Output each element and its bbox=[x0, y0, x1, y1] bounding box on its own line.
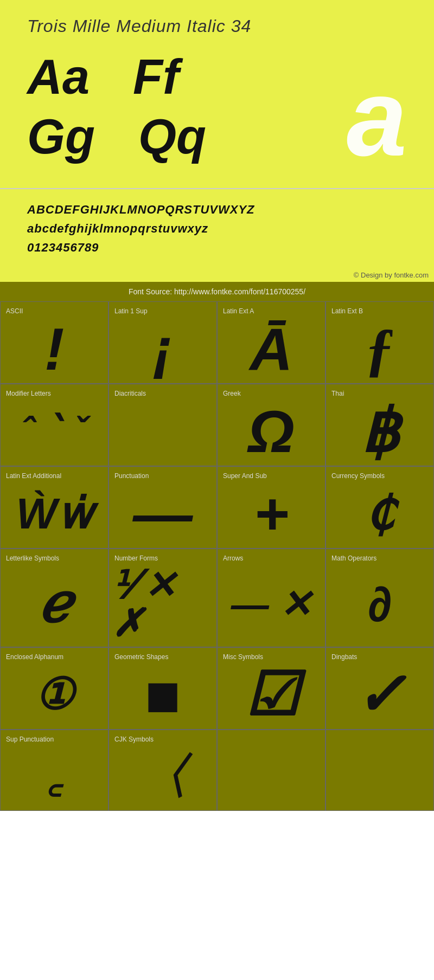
glyph-arrows: — ✕ bbox=[231, 566, 311, 642]
cell-super-sub: Super And Sub + bbox=[217, 466, 326, 549]
cell-cjk-symbols: CJK Symbols 〈 bbox=[108, 730, 217, 811]
glyph-latin-ext-a: Ā bbox=[250, 319, 292, 379]
alphabet-section: ABCDEFGHIJKLMNOPQRSTUVWXYZ abcdefghijklm… bbox=[0, 188, 434, 268]
glyph-pair-aa: Aa bbox=[27, 53, 90, 101]
glyph-math-ops: ∂ bbox=[368, 566, 392, 642]
font-title: Trois Mille Medium Italic 34 bbox=[27, 16, 407, 36]
glyph-letterlike: ℯ bbox=[39, 566, 71, 642]
chars-section: Font Source: http://www.fontke.com/font/… bbox=[0, 282, 434, 811]
cell-enclosed-alpha: Enclosed Alphanum ① bbox=[0, 647, 108, 730]
glyph-enclosed-alpha: ① bbox=[35, 665, 74, 725]
label-math-ops: Math Operators bbox=[329, 555, 376, 562]
label-latin1sup: Latin 1 Sup bbox=[112, 307, 148, 315]
glyph-currency: ₵ bbox=[365, 484, 394, 544]
label-dingbats: Dingbats bbox=[329, 653, 357, 661]
label-enclosed-alpha: Enclosed Alphanum bbox=[3, 653, 63, 661]
glyph-pair-ff: Ff bbox=[133, 53, 179, 101]
glyph-modifier: ˆ ˋ ˇ bbox=[22, 402, 87, 461]
glyph-sup-punct: ꜀ bbox=[48, 747, 61, 806]
cell-thai: Thai ฿ bbox=[326, 384, 434, 466]
glyph-ascii: ! bbox=[44, 319, 65, 379]
glyph-showcase: Aa Ff a bbox=[27, 53, 407, 107]
glyph-latin1sup: ¡ bbox=[153, 319, 173, 379]
label-geometric: Geometric Shapes bbox=[112, 653, 168, 661]
cell-geometric: Geometric Shapes ■ bbox=[108, 647, 217, 730]
label-latin-ext-b: Latin Ext B bbox=[329, 307, 363, 315]
glyph-punctuation: — bbox=[133, 484, 193, 544]
cell-latin-ext-a: Latin Ext A Ā bbox=[217, 301, 326, 384]
glyph-qq: Qq bbox=[138, 109, 206, 164]
glyph-latin-ext-b: ƒ bbox=[365, 319, 395, 379]
glyph-greek: Ω bbox=[248, 402, 295, 461]
cell-misc-symbols: Misc Symbols ☑ bbox=[217, 647, 326, 730]
cell-currency: Currency Symbols ₵ bbox=[326, 466, 434, 549]
glyph-ff: Ff bbox=[133, 50, 179, 104]
glyph-super-sub: + bbox=[254, 484, 289, 544]
cell-sup-punct: Sup Punctuation ꜀ bbox=[0, 730, 108, 811]
cell-latin-ext-add: Latin Ext Additional Ẁẇ bbox=[0, 466, 108, 549]
glyph-showcase-2: Gg Qq bbox=[27, 112, 407, 166]
cell-latin-ext-b: Latin Ext B ƒ bbox=[326, 301, 434, 384]
cell-latin1sup: Latin 1 Sup ¡ bbox=[108, 301, 217, 384]
glyph-cjk-symbols: 〈 bbox=[138, 747, 187, 806]
glyph-gg: Gg bbox=[27, 109, 95, 164]
label-ascii: ASCII bbox=[3, 307, 23, 315]
label-greek: Greek bbox=[220, 390, 241, 397]
cell-punctuation: Punctuation — bbox=[108, 466, 217, 549]
copyright: © Design by fontke.com bbox=[0, 268, 434, 282]
header-section: Trois Mille Medium Italic 34 Aa Ff a Gg … bbox=[0, 0, 434, 188]
cell-greek: Greek Ω bbox=[217, 384, 326, 466]
label-diacriticals: Diacriticals bbox=[112, 390, 146, 397]
cell-dingbats: Dingbats ✓ bbox=[326, 647, 434, 730]
alphabet-lower: abcdefghijklmnopqrstuvwxyz bbox=[27, 219, 407, 238]
cell-letterlike: Letterlike Symbols ℯ bbox=[0, 549, 108, 647]
glyph-dingbats: ✓ bbox=[355, 665, 405, 725]
cell-diacriticals: Diacriticals bbox=[108, 384, 217, 466]
cell-number-forms: Number Forms ⅟ ✕ ✗ bbox=[108, 549, 217, 647]
label-currency: Currency Symbols bbox=[329, 472, 385, 480]
glyph-misc-symbols: ☑ bbox=[245, 665, 298, 725]
alphabet-upper: ABCDEFGHIJKLMNOPQRSTUVWXYZ bbox=[27, 200, 407, 219]
cell-arrows: Arrows — ✕ bbox=[217, 549, 326, 647]
label-misc-symbols: Misc Symbols bbox=[220, 653, 263, 661]
glyph-pair-gg: Gg bbox=[27, 112, 95, 161]
label-thai: Thai bbox=[329, 390, 344, 397]
label-latin-ext-a: Latin Ext A bbox=[220, 307, 254, 315]
cell-empty-2 bbox=[326, 730, 434, 811]
cell-math-ops: Math Operators ∂ bbox=[326, 549, 434, 647]
cell-empty-1 bbox=[217, 730, 326, 811]
digits: 0123456789 bbox=[27, 238, 407, 257]
label-latin-ext-add: Latin Ext Additional bbox=[3, 472, 61, 480]
font-source: Font Source: http://www.fontke.com/font/… bbox=[0, 282, 434, 301]
label-number-forms: Number Forms bbox=[112, 555, 158, 562]
label-letterlike: Letterlike Symbols bbox=[3, 555, 59, 562]
glyph-aa: Aa bbox=[27, 50, 90, 104]
glyph-geometric: ■ bbox=[145, 665, 181, 725]
label-cjk-symbols: CJK Symbols bbox=[112, 736, 154, 743]
label-punctuation: Punctuation bbox=[112, 472, 149, 480]
glyph-latin-ext-add: Ẁẇ bbox=[16, 484, 93, 544]
cell-ascii: ASCII ! bbox=[0, 301, 108, 384]
glyph-number-forms: ⅟ ✕ ✗ bbox=[112, 566, 214, 642]
label-arrows: Arrows bbox=[220, 555, 243, 562]
glyph-thai: ฿ bbox=[361, 402, 399, 461]
label-modifier: Modifier Letters bbox=[3, 390, 51, 397]
cell-modifier: Modifier Letters ˆ ˋ ˇ bbox=[0, 384, 108, 466]
char-grid: ASCII ! Latin 1 Sup ¡ Latin Ext A Ā Lati… bbox=[0, 301, 434, 811]
label-sup-punct: Sup Punctuation bbox=[3, 736, 54, 743]
label-super-sub: Super And Sub bbox=[220, 472, 267, 480]
glyph-pair-qq: Qq bbox=[138, 112, 206, 161]
